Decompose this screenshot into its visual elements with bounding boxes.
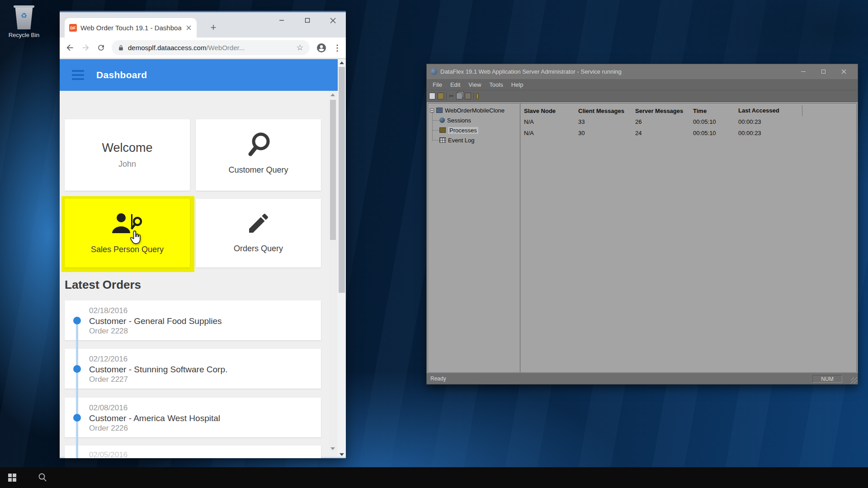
dataflex-app-icon <box>430 68 437 75</box>
maximize-button[interactable] <box>294 11 320 30</box>
admin-client-area: WebOrderMobileClone Sessions Processes E… <box>428 103 857 373</box>
tree-node-event-log[interactable]: Event Log <box>439 136 475 144</box>
new-document-icon[interactable] <box>429 93 435 99</box>
scroll-down-icon[interactable] <box>340 453 344 456</box>
menu-tools[interactable]: Tools <box>485 81 507 88</box>
scroll-down-icon[interactable] <box>330 447 335 450</box>
resize-grip[interactable] <box>851 377 857 384</box>
browser-tab[interactable]: DF Web Order Touch 19.1 - Dashboa <box>65 18 197 38</box>
hamburger-menu-icon[interactable] <box>72 70 84 80</box>
cell-time: 00:05:10 <box>689 130 735 136</box>
cell-last-accessed: 00:00:23 <box>735 130 802 136</box>
cell-last-accessed: 00:00:23 <box>735 118 802 125</box>
scrollbar-thumb[interactable] <box>330 100 336 240</box>
tab-close-icon[interactable] <box>185 24 192 32</box>
open-icon[interactable] <box>438 93 444 99</box>
paste-icon[interactable] <box>465 93 471 99</box>
browser-scrollbar[interactable] <box>338 59 346 458</box>
table-row[interactable]: N/A 33 26 00:05:10 00:00:23 <box>520 116 856 127</box>
column-header[interactable]: Last Accessed <box>735 105 802 116</box>
tile-label: Customer Query <box>228 165 288 175</box>
orders-query-tile[interactable]: Orders Query <box>196 199 321 267</box>
menu-help[interactable]: Help <box>507 81 528 88</box>
tree-node-processes[interactable]: Processes <box>439 126 478 134</box>
order-customer: Customer - Stunning Software Corp. <box>89 364 316 375</box>
table-row[interactable]: N/A 30 24 00:05:10 00:00:23 <box>520 127 856 139</box>
tab-strip: DF Web Order Touch 19.1 - Dashboa + <box>60 12 346 38</box>
order-list-item[interactable]: 02/18/2016 Customer - General Food Suppl… <box>65 300 321 340</box>
start-button[interactable] <box>8 474 16 482</box>
new-tab-button[interactable]: + <box>207 21 220 35</box>
recycle-bin-lid <box>14 5 34 8</box>
tree-node-sessions[interactable]: Sessions <box>439 116 471 124</box>
processes-icon <box>439 127 446 133</box>
toolbar-separator <box>446 93 447 100</box>
welcome-tile: Welcome John <box>65 119 190 191</box>
column-header[interactable]: Time <box>689 108 735 114</box>
sessions-icon <box>439 117 445 123</box>
order-number: Order 2227 <box>89 375 316 385</box>
column-header[interactable]: Client Messages <box>575 108 632 114</box>
content-scrollbar[interactable] <box>329 91 337 452</box>
reload-icon[interactable] <box>97 43 105 52</box>
cell-server-messages: 26 <box>632 118 689 125</box>
browser-menu-icon[interactable]: ⋮ <box>333 43 340 53</box>
back-icon[interactable] <box>65 43 75 52</box>
profile-avatar-icon[interactable] <box>316 42 327 53</box>
order-list-item[interactable]: 02/05/2016 <box>65 446 321 458</box>
menu-file[interactable]: File <box>429 81 446 88</box>
customer-query-tile[interactable]: Customer Query <box>196 119 321 191</box>
recycle-symbol-icon: ♻ <box>14 11 33 20</box>
order-date: 02/05/2016 <box>89 450 316 458</box>
taskbar-search-icon[interactable] <box>37 472 48 483</box>
recycle-bin-icon: ♻ <box>14 8 33 29</box>
minimize-button[interactable] <box>793 65 813 78</box>
sales-person-query-tile[interactable]: Sales Person Query <box>65 199 190 267</box>
close-button[interactable] <box>320 11 346 30</box>
cell-time: 00:05:10 <box>689 118 735 125</box>
tree-collapse-icon[interactable] <box>430 108 434 113</box>
url-text: demosplf.dataaccess.com/WebOrder... <box>128 44 292 52</box>
copy-icon[interactable] <box>456 93 462 99</box>
minimize-button[interactable] <box>269 11 294 30</box>
maximize-button[interactable] <box>813 65 834 78</box>
scroll-up-icon[interactable] <box>330 94 335 96</box>
tree-root-node[interactable]: WebOrderMobileClone <box>430 106 505 114</box>
order-date: 02/18/2016 <box>89 306 316 316</box>
cell-slave-node: N/A <box>520 118 575 125</box>
browser-window: DF Web Order Touch 19.1 - Dashboa + demo… <box>60 11 346 458</box>
num-lock-indicator: NUM <box>812 375 842 383</box>
order-list-item[interactable]: 02/12/2016 Customer - Stunning Software … <box>65 349 321 389</box>
welcome-user-name: John <box>118 160 136 169</box>
column-header[interactable]: Slave Node <box>520 108 575 114</box>
timeline-dot <box>73 414 81 422</box>
recycle-bin-label: Recycle Bin <box>6 32 42 38</box>
menu-edit[interactable]: Edit <box>446 81 464 88</box>
address-bar[interactable]: demosplf.dataaccess.com/WebOrder... ☆ <box>112 40 310 55</box>
bookmark-star-icon[interactable]: ☆ <box>297 43 303 52</box>
tree-guide-line <box>432 113 433 140</box>
server-tree: WebOrderMobileClone Sessions Processes E… <box>428 103 520 372</box>
forward-icon[interactable] <box>81 43 90 52</box>
order-customer: Customer - General Food Supplies <box>89 316 316 326</box>
column-header[interactable]: Server Messages <box>632 108 689 114</box>
recycle-bin[interactable]: ♻ Recycle Bin <box>6 5 42 38</box>
tree-guide-line <box>432 140 439 141</box>
timeline-dot <box>73 317 81 324</box>
help-key-icon[interactable] <box>476 93 479 99</box>
dashboard-header: Dashboard <box>60 59 338 91</box>
scroll-up-icon[interactable] <box>340 61 344 64</box>
admin-window-title: DataFlex 19.1 Web Application Server Adm… <box>440 68 790 75</box>
toolbar-separator <box>473 93 474 100</box>
close-button[interactable] <box>834 65 854 78</box>
cell-client-messages: 30 <box>575 130 632 136</box>
tree-guide-line <box>432 130 439 131</box>
scrollbar-thumb[interactable] <box>339 67 345 293</box>
cut-icon[interactable]: ✂ <box>449 93 454 99</box>
order-list-item[interactable]: 02/08/2016 Customer - America West Hospi… <box>65 398 321 437</box>
menu-view[interactable]: View <box>464 81 485 88</box>
tile-label: Sales Person Query <box>91 245 164 254</box>
admin-titlebar[interactable]: DataFlex 19.1 Web Application Server Adm… <box>427 64 858 79</box>
order-number: Order 2226 <box>89 423 316 433</box>
table-header-row: Slave Node Client Messages Server Messag… <box>520 105 856 116</box>
